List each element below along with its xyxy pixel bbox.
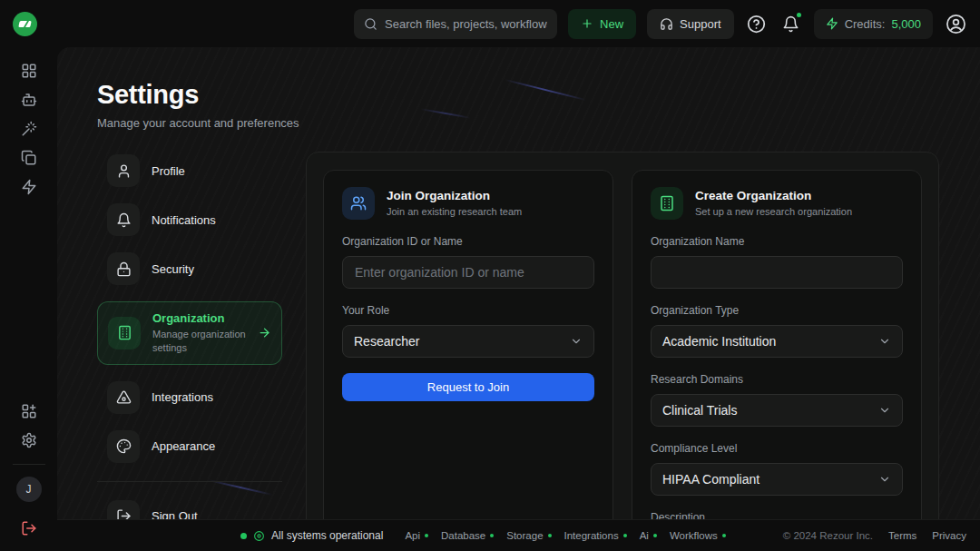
terms-link[interactable]: Terms bbox=[888, 530, 916, 541]
page-subtitle: Manage your account and preferences bbox=[97, 116, 299, 130]
nav-item-security[interactable]: Security bbox=[97, 252, 282, 285]
nav-item-appearance[interactable]: Appearance bbox=[97, 430, 282, 463]
compliance-level-select[interactable]: HIPAA Compliant bbox=[651, 463, 903, 496]
rail-avatar[interactable]: J bbox=[16, 477, 42, 502]
chevron-down-icon bbox=[878, 335, 891, 348]
chevron-down-icon bbox=[570, 335, 583, 348]
credits-badge[interactable]: Credits: 5,000 bbox=[814, 9, 933, 39]
settings-nav: Profile Notifications Security Or bbox=[97, 154, 282, 519]
rail-agents-button[interactable] bbox=[15, 86, 43, 113]
account-button[interactable] bbox=[944, 12, 967, 35]
privacy-link[interactable]: Privacy bbox=[932, 530, 966, 541]
service-label: Integrations bbox=[564, 530, 619, 541]
service-api[interactable]: Api bbox=[405, 530, 428, 541]
app-logo[interactable] bbox=[13, 12, 37, 36]
research-domains-label: Research Domains bbox=[651, 373, 903, 386]
credits-label: Credits: bbox=[845, 17, 886, 31]
new-button[interactable]: New bbox=[568, 9, 636, 39]
org-type-select[interactable]: Academic Institution bbox=[651, 325, 903, 358]
nav-item-integrations[interactable]: Integrations bbox=[97, 381, 282, 414]
rail-settings-button[interactable] bbox=[15, 427, 43, 454]
role-select-value: Researcher bbox=[354, 334, 419, 349]
nav-item-sign-out[interactable]: Sign Out bbox=[97, 500, 282, 519]
nav-item-label: Notifications bbox=[152, 213, 216, 227]
topbar-actions: New Support Credits: 5,000 bbox=[354, 9, 967, 39]
status-bar: All systems operational Api Database Sto… bbox=[57, 519, 980, 551]
service-label: Workflows bbox=[670, 530, 718, 541]
create-card-subtitle: Set up a new research organization bbox=[695, 206, 852, 217]
user-circle-icon bbox=[946, 14, 966, 34]
top-bar: New Support Credits: 5,000 bbox=[0, 0, 980, 47]
system-status: All systems operational bbox=[240, 529, 383, 542]
notifications-button[interactable] bbox=[779, 12, 803, 35]
service-status-dot bbox=[623, 534, 627, 537]
logo-mark-icon bbox=[18, 21, 31, 27]
gear-icon bbox=[21, 432, 37, 448]
nav-item-label: Security bbox=[152, 262, 194, 276]
decorative-streak bbox=[505, 79, 586, 101]
nav-item-sublabel: Manage organization settings bbox=[152, 328, 246, 355]
create-card-header: Create Organization Set up a new researc… bbox=[651, 187, 903, 220]
rail-divider bbox=[13, 464, 45, 465]
nav-item-label: Profile bbox=[152, 164, 185, 178]
support-button[interactable]: Support bbox=[647, 9, 734, 39]
building-icon bbox=[651, 187, 683, 220]
nav-item-profile[interactable]: Profile bbox=[97, 154, 282, 187]
rail-tools-button[interactable] bbox=[15, 115, 43, 143]
org-id-input[interactable] bbox=[342, 256, 594, 289]
logout-door-icon bbox=[107, 500, 140, 519]
service-ai[interactable]: Ai bbox=[640, 530, 657, 541]
rail-dashboard-button[interactable] bbox=[15, 57, 43, 84]
rail-projects-button[interactable] bbox=[15, 144, 43, 172]
create-card-heading: Create Organization Set up a new researc… bbox=[695, 187, 852, 217]
help-button[interactable] bbox=[745, 12, 769, 35]
status-text: All systems operational bbox=[271, 529, 383, 542]
credits-value: 5,000 bbox=[891, 17, 921, 31]
service-storage[interactable]: Storage bbox=[506, 530, 551, 541]
service-label: Storage bbox=[506, 530, 543, 541]
service-workflows[interactable]: Workflows bbox=[670, 530, 726, 541]
research-domains-select[interactable]: Clinical Trials bbox=[651, 394, 903, 427]
organization-cards: Join Organization Join an existing resea… bbox=[307, 153, 938, 519]
role-label: Your Role bbox=[342, 304, 594, 317]
search-bar[interactable] bbox=[354, 9, 557, 39]
request-to-join-button[interactable]: Request to Join bbox=[342, 373, 594, 401]
service-label: Api bbox=[405, 530, 420, 541]
nav-item-text: Organization Manage organization setting… bbox=[152, 311, 246, 355]
service-status-dot bbox=[548, 534, 552, 537]
create-organization-card: Create Organization Set up a new researc… bbox=[632, 170, 922, 519]
zap-icon bbox=[21, 179, 37, 195]
magic-wand-icon bbox=[21, 121, 37, 137]
join-card-heading: Join Organization Join an existing resea… bbox=[387, 187, 522, 217]
role-select[interactable]: Researcher bbox=[342, 325, 594, 358]
search-input[interactable] bbox=[385, 17, 547, 31]
service-status-dot bbox=[722, 534, 726, 537]
users-icon bbox=[342, 187, 375, 220]
rail-signout-button[interactable] bbox=[15, 515, 43, 542]
rail-workflows-button[interactable] bbox=[15, 173, 43, 201]
support-button-label: Support bbox=[680, 17, 721, 31]
service-status-dot bbox=[490, 534, 494, 537]
organization-panel: Join Organization Join an existing resea… bbox=[306, 152, 939, 519]
bell-icon bbox=[107, 203, 140, 236]
notification-indicator-dot bbox=[795, 11, 803, 19]
triangle-icon bbox=[107, 381, 140, 414]
join-card-title: Join Organization bbox=[387, 189, 522, 202]
nav-item-notifications[interactable]: Notifications bbox=[97, 203, 282, 236]
main-content: Settings Manage your account and prefere… bbox=[57, 47, 980, 519]
org-type-label: Organization Type bbox=[651, 304, 903, 317]
org-name-input[interactable] bbox=[651, 256, 903, 289]
logout-icon bbox=[21, 520, 37, 536]
help-circle-icon bbox=[747, 15, 766, 34]
compliance-level-label: Compliance Level bbox=[651, 442, 903, 455]
service-integrations[interactable]: Integrations bbox=[564, 530, 627, 541]
service-status-dot bbox=[653, 534, 657, 537]
copyright-text: © 2024 Rezour Inc. bbox=[783, 530, 873, 541]
description-label: Description bbox=[651, 511, 903, 519]
grid-plus-icon bbox=[21, 403, 37, 419]
create-card-title: Create Organization bbox=[695, 189, 852, 202]
nav-item-organization[interactable]: Organization Manage organization setting… bbox=[97, 301, 282, 365]
service-label: Database bbox=[441, 530, 485, 541]
service-database[interactable]: Database bbox=[441, 530, 494, 541]
rail-apps-button[interactable] bbox=[15, 398, 43, 425]
